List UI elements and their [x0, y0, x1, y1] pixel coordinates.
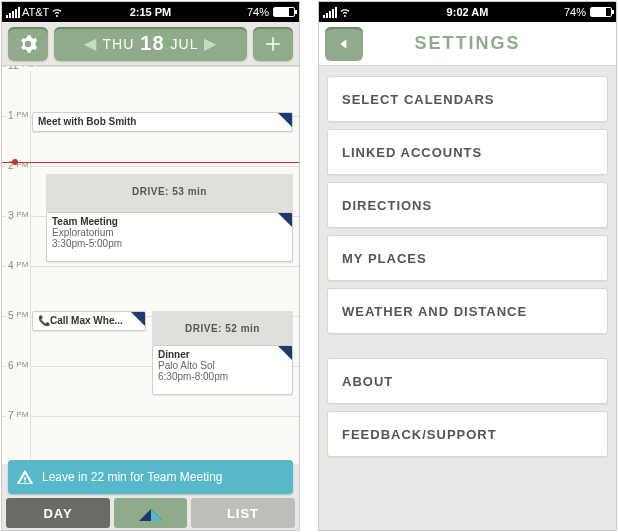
status-time: 9:02 AM — [447, 6, 489, 18]
phone-icon: 📞 — [38, 315, 50, 326]
gear-icon — [18, 34, 38, 54]
tab-now[interactable] — [114, 498, 187, 528]
battery-icon — [273, 7, 295, 17]
alert-icon — [16, 468, 34, 486]
leave-alert-banner[interactable]: Leave in 22 min for Team Meeting — [8, 460, 293, 494]
add-event-button[interactable] — [253, 27, 293, 61]
chevron-right-icon: ▶ — [204, 34, 217, 53]
date-selector[interactable]: ◀ THU 18 JUL ▶ — [54, 27, 247, 61]
weekday-label: THU — [103, 36, 135, 52]
drive-time-1: DRIVE: 53 min — [46, 174, 293, 212]
back-icon — [337, 37, 351, 51]
event-location: Exploratorium — [52, 227, 287, 238]
current-time-line — [2, 162, 299, 163]
hour-label: 12 — [8, 66, 19, 71]
banner-text: Leave in 22 min for Team Meeting — [42, 470, 223, 484]
hour-label: 5 — [8, 310, 14, 321]
view-tabs: DAY LIST — [2, 496, 299, 530]
back-button[interactable] — [325, 27, 363, 61]
settings-item-accounts[interactable]: LINKED ACCOUNTS — [327, 129, 608, 175]
carrier-label: AT&T — [22, 6, 49, 18]
event-title: Meet with Bob Smith — [38, 116, 136, 127]
status-bar: 9:02 AM 74% — [319, 2, 616, 22]
settings-header: SETTINGS — [319, 22, 616, 66]
tab-day[interactable]: DAY — [6, 498, 110, 528]
event-location: Palo Alto Sol — [158, 360, 287, 371]
signal-icon — [323, 7, 337, 18]
settings-item-calendars[interactable]: SELECT CALENDARS — [327, 76, 608, 122]
status-time: 2:15 PM — [130, 6, 172, 18]
event-meet-bob[interactable]: Meet with Bob Smith — [32, 112, 293, 132]
now-icon — [139, 505, 163, 521]
calendar-header: ◀ THU 18 JUL ▶ — [2, 22, 299, 66]
hour-label: 3 — [8, 210, 14, 221]
chevron-left-icon: ◀ — [84, 34, 97, 53]
event-title: Team Meeting — [52, 216, 287, 227]
event-team-meeting[interactable]: Team Meeting Exploratorium 3:30pm-5:00pm — [46, 212, 293, 262]
settings-button[interactable] — [8, 27, 48, 61]
battery-icon — [590, 7, 612, 17]
event-title: Dinner — [158, 349, 287, 360]
settings-title: SETTINGS — [414, 33, 520, 54]
event-call-max[interactable]: 📞Call Max Whe... — [32, 311, 146, 331]
settings-item-feedback[interactable]: FEEDBACK/SUPPORT — [327, 411, 608, 457]
month-label: JUL — [171, 36, 199, 52]
signal-icon — [6, 7, 20, 18]
day-number: 18 — [140, 32, 164, 55]
drive-time-2: DRIVE: 52 min — [152, 311, 293, 345]
settings-item-weather[interactable]: WEATHER AND DISTANCE — [327, 288, 608, 334]
wifi-icon — [339, 6, 351, 18]
hour-label: 6 — [8, 360, 14, 371]
hour-label: 1 — [8, 110, 14, 121]
event-time: 3:30pm-5:00pm — [52, 238, 287, 249]
plus-icon — [264, 35, 282, 53]
settings-item-about[interactable]: ABOUT — [327, 358, 608, 404]
settings-item-directions[interactable]: DIRECTIONS — [327, 182, 608, 228]
event-time: 6:30pm-8:00pm — [158, 371, 287, 382]
hour-label: 4 — [8, 260, 14, 271]
settings-screen: 9:02 AM 74% SETTINGS SELECT CALENDARS LI… — [318, 1, 617, 531]
event-title: Call Max Whe... — [50, 315, 123, 326]
status-bar: AT&T 2:15 PM 74% — [2, 2, 299, 22]
settings-list: SELECT CALENDARS LINKED ACCOUNTS DIRECTI… — [319, 66, 616, 467]
hour-label: 7 — [8, 410, 14, 421]
tab-list[interactable]: LIST — [191, 498, 295, 528]
settings-item-places[interactable]: MY PLACES — [327, 235, 608, 281]
agenda-view[interactable]: 12 PM 1 PM 2 PM 3 PM 4 PM 5 PM 6 PM 7 PM… — [2, 66, 299, 464]
battery-percent: 74% — [247, 6, 269, 18]
calendar-screen: AT&T 2:15 PM 74% ◀ THU 18 JUL ▶ 12 PM 1 — [1, 1, 300, 531]
wifi-icon — [51, 6, 63, 18]
event-dinner[interactable]: Dinner Palo Alto Sol 6:30pm-8:00pm — [152, 345, 293, 395]
battery-percent: 74% — [564, 6, 586, 18]
